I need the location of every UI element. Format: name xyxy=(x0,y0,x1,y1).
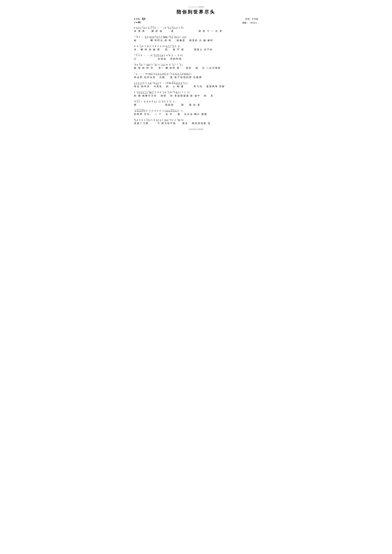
barline: | xyxy=(171,90,173,94)
barline: | xyxy=(148,44,150,48)
barline: | xyxy=(168,72,170,76)
lyrics-10: 到世界 尽头 一 个 名 字 落 在左边 胸口 慢慢 xyxy=(134,113,258,116)
barline: | xyxy=(148,35,149,39)
note: － xyxy=(138,72,142,76)
song-title: 陪你到世界尽头 xyxy=(134,9,258,15)
note: 2 3 xyxy=(161,63,164,67)
note: 6 xyxy=(165,90,168,94)
note: 1 xyxy=(180,90,182,94)
note: 2 1 2 xyxy=(158,72,163,76)
note: 6 xyxy=(160,90,162,94)
note: 5 7 xyxy=(156,118,160,122)
note: 34 xyxy=(161,100,164,104)
notation-8: 2 12·3 2 1 7 1 156 7 | 1 0 6 71 6 71 6 |… xyxy=(134,90,258,94)
note: 23 xyxy=(159,81,162,85)
note: 0 xyxy=(157,90,160,94)
note: － xyxy=(147,54,149,57)
barline: | xyxy=(149,26,151,30)
barline: | xyxy=(147,72,149,76)
note: 4 xyxy=(137,63,139,67)
note: 71 xyxy=(140,44,142,48)
note: 3 xyxy=(139,35,141,39)
score-row-4: ↘ 5· 5 6 － － | 0 45 555 5 4 3 4 34 | 3 －… xyxy=(134,53,258,60)
tempo-mark: ♩＝88 xyxy=(134,21,145,24)
note: 6 xyxy=(169,63,172,67)
score-row-10: 12 2 2 2 323 3· 1 | 3 4 3 3· 1 | 2 2 2 2… xyxy=(134,109,258,116)
note: － xyxy=(140,100,144,104)
note: 0 xyxy=(151,54,154,57)
note: 7· xyxy=(144,63,147,67)
barline: | xyxy=(179,44,180,48)
note: 1 xyxy=(145,44,147,48)
note: 45 xyxy=(134,118,137,122)
note: 3 xyxy=(187,90,189,94)
note: － xyxy=(162,81,165,85)
note: 7 xyxy=(174,63,177,67)
lyrics-1: 未 曾 表 露 的 温 柔 留 给 下 一 次 等 xyxy=(134,30,258,33)
score-row-1: 0 6 7 1 123 2· 5 | 5 5 6 － － | 0 45 5 45… xyxy=(134,26,258,33)
note: 1 xyxy=(182,90,184,94)
note: 0 xyxy=(144,100,145,104)
note: 3 xyxy=(139,118,141,122)
watermark-top: www.ktvcc.cn 调曲网 xyxy=(134,6,258,8)
note: 2· xyxy=(175,44,178,48)
note: 6 7 1 xyxy=(166,44,171,48)
note: 2 xyxy=(150,44,152,48)
lyrics-5: 踏 错 的 时 空 有一 瞬 的停 留 宣告 我 与 二次元情投 xyxy=(134,67,258,69)
note: 3· xyxy=(159,109,162,113)
note: 2 1 7 1 xyxy=(141,90,148,94)
note: 4 3 4 xyxy=(149,35,155,39)
note: 334· xyxy=(177,118,182,122)
note: 3 xyxy=(164,54,166,57)
note: 71 xyxy=(162,90,165,94)
note: 1· xyxy=(179,35,182,39)
barline: | xyxy=(168,35,169,39)
note: 1 xyxy=(162,109,164,113)
note: － xyxy=(174,54,178,57)
barline: | xyxy=(160,100,161,104)
barline: | xyxy=(149,54,151,57)
note: 4 xyxy=(155,44,157,48)
note: 5 xyxy=(178,44,179,48)
note: 1 xyxy=(181,109,182,113)
note: 5 xyxy=(174,26,176,30)
note: 555 xyxy=(156,53,160,57)
note: － xyxy=(142,72,146,76)
note: 5 xyxy=(151,63,154,67)
barline: | xyxy=(165,81,167,85)
note: 2 2 xyxy=(137,109,140,113)
barline: | xyxy=(187,81,188,85)
note: 4· xyxy=(134,44,137,48)
barline: | xyxy=(174,100,175,104)
note: 5 xyxy=(170,26,172,30)
note: － xyxy=(143,54,147,57)
note: ↘ xyxy=(134,53,136,57)
note: 4 34 xyxy=(166,53,170,57)
barline: | xyxy=(150,109,152,113)
note: 0 xyxy=(152,100,154,104)
note: － xyxy=(157,26,161,30)
note: 4 xyxy=(137,118,139,122)
note: 2 3 xyxy=(182,35,186,39)
key-signature: 1＝G 44 xyxy=(134,17,145,21)
note: 5 xyxy=(151,26,153,30)
note: 1 xyxy=(149,109,150,113)
note: 2 323 xyxy=(140,109,146,113)
score-row-11: 45 4 3 4 5 5·5 | 5 6 5 7 1 1· 6 6 | 23 2… xyxy=(134,118,258,125)
lyrics-2: 候 嘴 里哼出 的 歌 就像是 倒流的 沙 漏 被时 xyxy=(134,39,258,42)
note: 4 xyxy=(181,26,182,30)
note: 34 xyxy=(134,63,137,67)
note: 0 xyxy=(180,54,182,57)
score-row-9: 23 2 2 － 0 | 0 0 0 5 1 2 | 34 3 3 23· 1 xyxy=(134,100,258,107)
note: 3 xyxy=(167,100,169,104)
note: 45 xyxy=(172,26,174,30)
barline: | xyxy=(183,118,184,122)
note: 3· xyxy=(146,109,149,113)
note: 2 xyxy=(175,118,177,122)
notation-3: 4· 6 71 6 1 6 | 2 3 4 3 2· | 0 6 7 1 123… xyxy=(134,44,258,48)
note: 5 xyxy=(154,100,156,104)
note: 2 1 7 1 xyxy=(176,72,184,76)
score-row-6: ↘ 1 － － 0 | 0 6 7 1·3 2 1 2 0 7 1 | 12 2… xyxy=(134,72,258,79)
note: 3 xyxy=(172,54,174,57)
note: 45 xyxy=(154,53,156,57)
